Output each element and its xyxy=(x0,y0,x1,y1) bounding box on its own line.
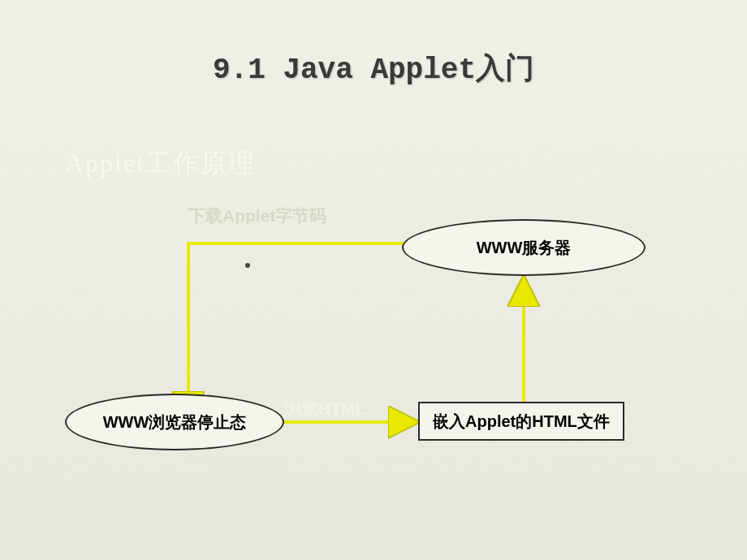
slide-subtitle: Applet工作原理 xyxy=(65,146,256,182)
decorative-dot xyxy=(245,263,250,268)
arrow-server-to-browser xyxy=(188,243,405,417)
label-download-bytecode: 下载Applet字节码 xyxy=(188,205,326,227)
flow-diagram: 下载Applet字节码 浏览HTML WWW服务器 WWW浏览器停止态 嵌入Ap… xyxy=(0,211,747,536)
label-browse-html: 浏览HTML xyxy=(284,398,365,420)
node-html-file: 嵌入Applet的HTML文件 xyxy=(418,402,624,441)
node-www-browser: WWW浏览器停止态 xyxy=(65,394,284,450)
diagram-arrows xyxy=(0,211,747,536)
browser-label: WWW浏览器停止态 xyxy=(103,411,247,433)
node-www-server: WWW服务器 xyxy=(402,219,646,276)
server-label: WWW服务器 xyxy=(477,237,572,259)
slide-container: 9.1 Java Applet入门 Applet工作原理 下载Applet字节码… xyxy=(0,0,747,560)
html-file-label: 嵌入Applet的HTML文件 xyxy=(433,411,610,433)
slide-title: 9.1 Java Applet入门 xyxy=(213,49,534,88)
